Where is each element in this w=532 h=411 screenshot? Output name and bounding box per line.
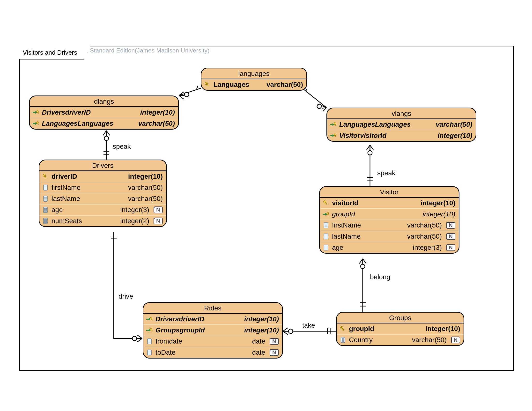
column-name: toDate [155, 349, 247, 356]
foreign-key-icon [330, 132, 337, 139]
entity-languages[interactable]: languages Languagesvarchar(50) [201, 68, 307, 91]
column-name: Languages [214, 81, 261, 88]
column-row[interactable]: VisitorvisitorIdinteger(10) [327, 130, 476, 141]
frame-title-tab: Visitors and Drivers [19, 46, 84, 59]
column-row[interactable]: lastNamevarchar(50) [39, 193, 166, 204]
column-row[interactable]: lastNamevarchar(50)N [320, 231, 459, 242]
column-row[interactable]: DriversdriverIDinteger(10) [143, 314, 282, 325]
nullable-badge: N [446, 233, 455, 240]
foreign-key-icon [330, 121, 337, 128]
column-row[interactable]: Languagesvarchar(50) [201, 79, 306, 90]
column-row[interactable]: LanguagesLanguagesvarchar(50) [327, 119, 476, 130]
column-name: numSeats [51, 217, 114, 225]
column-row[interactable]: fromdatedateN [143, 336, 282, 347]
column-icon [42, 195, 49, 202]
svg-rect-14 [37, 123, 39, 124]
column-type: integer(2) [114, 217, 149, 225]
nullable-badge: N [153, 206, 163, 213]
column-icon [322, 233, 330, 240]
nullable-badge: N [153, 218, 163, 224]
column-type: integer(10) [420, 325, 460, 333]
foreign-key-icon [32, 109, 39, 116]
column-row[interactable]: ageinteger(3)N [39, 204, 166, 215]
svg-point-20 [44, 175, 45, 176]
column-name: firstName [51, 184, 122, 191]
entity-title: vlangs [327, 108, 476, 119]
column-row[interactable]: ageinteger(3)N [320, 242, 459, 253]
column-type: integer(10) [415, 199, 455, 207]
entity-rows: Languagesvarchar(50) [201, 79, 306, 90]
column-name: firstName [332, 222, 401, 229]
column-row[interactable]: toDatedateN [143, 347, 282, 358]
column-row[interactable]: Countryvarchar(50)N [337, 334, 464, 345]
column-name: visitorId [332, 199, 415, 207]
rel-label-speak-drivers: speak [113, 143, 131, 150]
column-name: Country [349, 336, 406, 344]
nullable-badge: N [446, 244, 455, 251]
rel-label-belong: belong [370, 273, 390, 281]
column-name: LanguagesLanguages [339, 121, 430, 128]
entity-rows: DriversdriverIDinteger(10)LanguagesLangu… [30, 107, 178, 129]
svg-point-79 [341, 327, 342, 328]
entity-visitor[interactable]: Visitor visitorIdinteger(10)groupIdinteg… [319, 186, 459, 254]
column-row[interactable]: driverIDinteger(10) [39, 171, 166, 182]
primary-key-icon [42, 173, 49, 180]
column-row[interactable]: numSeatsinteger(2)N [39, 215, 166, 226]
column-icon [339, 336, 347, 344]
column-type: varchar(50) [401, 233, 442, 240]
entity-rows: driverIDinteger(10)firstNamevarchar(50)l… [39, 171, 166, 226]
entity-groups[interactable]: Groups groupIdinteger(10)Countryvarchar(… [336, 312, 464, 346]
entity-drivers[interactable]: Drivers driverIDinteger(10)firstNamevarc… [39, 159, 167, 227]
entity-rows: visitorIdinteger(10)groupIdinteger(10)fi… [320, 198, 459, 253]
foreign-key-icon [146, 327, 153, 334]
entity-title: dlangs [30, 96, 178, 107]
entity-title: Drivers [39, 160, 166, 171]
column-type: integer(10) [134, 109, 175, 116]
entity-dlangs[interactable]: dlangs DriversdriverIDinteger(10)Languag… [29, 95, 179, 130]
diagram-canvas: Visual Paradigm for UML Standard Edition… [0, 0, 532, 411]
column-type: varchar(50) [401, 222, 442, 229]
svg-rect-73 [148, 350, 151, 355]
column-type: integer(10) [122, 173, 163, 180]
entity-rows: DriversdriverIDinteger(10)GroupsgroupIdi… [143, 314, 282, 358]
svg-rect-59 [324, 245, 328, 250]
column-row[interactable]: firstNamevarchar(50) [39, 182, 166, 193]
entity-rides[interactable]: Rides DriversdriverIDinteger(10)Groupsgr… [143, 302, 283, 359]
column-type: varchar(50) [122, 184, 163, 191]
column-row[interactable]: groupIdinteger(10) [320, 208, 459, 220]
column-name: lastName [51, 195, 122, 203]
svg-rect-54 [324, 234, 328, 239]
svg-rect-23 [44, 185, 48, 190]
column-row[interactable]: GroupsgroupIdinteger(10) [143, 325, 282, 336]
svg-rect-18 [335, 135, 336, 137]
column-row[interactable]: firstNamevarchar(50)N [320, 220, 459, 231]
svg-rect-67 [151, 330, 152, 331]
column-name: age [332, 244, 407, 252]
column-name: LanguagesLanguages [42, 120, 133, 127]
frame-title: Visitors and Drivers [23, 49, 77, 56]
rel-label-speak-visitor: speak [377, 169, 395, 177]
primary-key-icon [322, 199, 330, 207]
column-icon [322, 222, 330, 229]
column-row[interactable]: visitorIdinteger(10) [320, 198, 459, 208]
entity-title: Visitor [320, 187, 459, 198]
svg-rect-33 [44, 207, 48, 213]
svg-rect-12 [37, 112, 39, 113]
column-type: integer(3) [114, 206, 149, 214]
column-row[interactable]: groupIdinteger(10) [337, 324, 464, 334]
svg-point-44 [324, 201, 325, 202]
rel-label-drive: drive [118, 292, 133, 300]
column-row[interactable]: DriversdriverIDinteger(10) [30, 107, 178, 118]
foreign-key-icon [146, 316, 153, 323]
column-type: date [247, 349, 266, 356]
nullable-badge: N [446, 222, 455, 229]
column-icon [146, 349, 153, 356]
column-icon [146, 338, 153, 345]
column-icon [42, 184, 49, 191]
column-icon [42, 217, 49, 224]
entity-vlangs[interactable]: vlangs LanguagesLanguagesvarchar(50)Visi… [326, 108, 476, 142]
column-type: integer(10) [432, 132, 472, 140]
svg-rect-16 [335, 124, 336, 125]
column-name: groupId [332, 210, 417, 218]
column-row[interactable]: LanguagesLanguagesvarchar(50) [30, 118, 178, 129]
